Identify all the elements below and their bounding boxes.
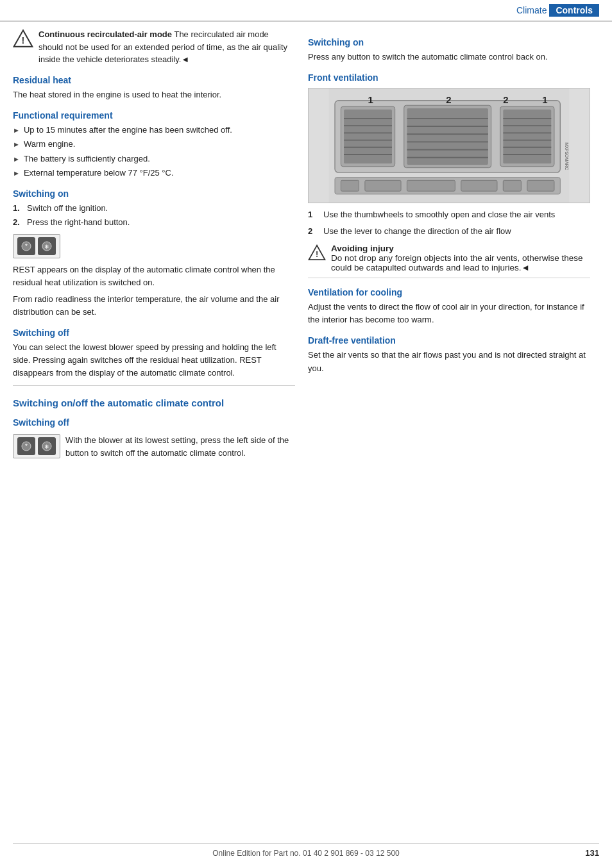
vent-cooling-heading: Ventilation for cooling (308, 287, 590, 297)
auto-switching-off-heading: Switching off (13, 417, 295, 428)
svg-rect-13 (344, 110, 392, 163)
svg-rect-41 (503, 180, 521, 191)
footer-text: Online Edition for Part no. 01 40 2 901 … (212, 849, 400, 858)
item-text: Use the lever to change the direction of… (323, 225, 511, 238)
draft-free-body: Set the air vents so that the air flows … (308, 349, 590, 374)
page-number: 131 (585, 848, 599, 858)
svg-rect-29 (503, 110, 551, 163)
functional-bullets: ► Up to 15 minutes after the engine has … (13, 124, 295, 179)
list-item: ► External temperature below 77 °F/25 °C… (13, 167, 295, 179)
svg-text:!: ! (316, 250, 318, 259)
svg-text:!: ! (22, 35, 25, 46)
switching-off-body: You can select the lowest blower speed b… (13, 341, 295, 380)
injury-warning-icon: ! (308, 244, 326, 263)
draft-free-heading: Draft-free ventilation (308, 335, 590, 346)
list-item: 2. Press the right-hand button. (13, 216, 295, 229)
item-text: Use the thumbwheels to smoothly open and… (323, 208, 555, 221)
bullet-arrow-icon: ► (13, 139, 20, 150)
main-content: ! Continuous recirculated-air mode The r… (0, 22, 612, 470)
avoiding-injury-title: Avoiding injury (331, 244, 394, 253)
header-controls-label: Controls (549, 4, 599, 17)
list-item: 2 Use the lever to change the direction … (308, 225, 590, 238)
left-column: ! Continuous recirculated-air mode The r… (13, 28, 295, 463)
svg-text:*: * (25, 243, 28, 250)
list-item: ► Up to 15 minutes after the engine has … (13, 124, 295, 137)
functional-req-heading: Functional requirement (13, 110, 295, 121)
svg-text:*: * (25, 443, 28, 450)
rest-text-2: From radio readiness the interior temper… (13, 293, 295, 319)
svg-text:❄: ❄ (44, 244, 49, 250)
bullet-text: External temperature below 77 °F/25 °C. (24, 167, 174, 179)
avoiding-injury-block: ! Avoiding injury Do not drop any foreig… (308, 244, 590, 272)
right-column: Switching on Press any button to switch … (308, 28, 590, 463)
list-item: ► Warm engine. (13, 138, 295, 151)
avoiding-injury-body: Do not drop any foreign objects into the… (331, 253, 582, 272)
footer: Online Edition for Part no. 01 40 2 901 … (13, 843, 599, 858)
rest-text-1: REST appears on the display of the autom… (13, 263, 295, 289)
divider (13, 385, 295, 386)
item-number: 1 (308, 208, 318, 221)
svg-text:❄: ❄ (44, 444, 49, 450)
auto-switching-off-body: With the blower at its lowest setting, p… (65, 434, 295, 460)
bullet-arrow-icon: ► (13, 154, 20, 165)
switching-off-heading: Switching off (13, 328, 295, 338)
front-vent-image: 1 2 2 1 MXPSOMARC (308, 88, 590, 203)
auto-button-icon-left: * (17, 437, 35, 455)
warning-text-block: Continuous recirculated-air mode The rec… (38, 28, 295, 66)
svg-rect-42 (527, 180, 554, 191)
svg-rect-37 (341, 180, 359, 191)
avoiding-injury-text: Avoiding injury Do not drop any foreign … (331, 244, 590, 272)
residual-heat-heading: Residual heat (13, 75, 295, 85)
svg-rect-38 (365, 180, 401, 191)
svg-rect-40 (461, 180, 497, 191)
auto-button-icon-right: ❄ (38, 437, 56, 455)
vent-cooling-body: Adjust the vents to direct the flow of c… (308, 301, 590, 326)
item-number: 2 (308, 225, 318, 238)
list-item: 1. Switch off the ignition. (13, 202, 295, 215)
step-text: Press the right-hand button. (27, 216, 130, 229)
warning-block: ! Continuous recirculated-air mode The r… (13, 28, 295, 66)
bullet-arrow-icon: ► (13, 168, 20, 179)
svg-text:2: 2 (446, 95, 451, 106)
svg-text:1: 1 (542, 95, 547, 106)
svg-text:2: 2 (503, 95, 508, 106)
svg-rect-39 (407, 180, 455, 191)
switching-on-steps: 1. Switch off the ignition. 2. Press the… (13, 202, 295, 229)
bullet-text: The battery is sufficiently charged. (24, 153, 150, 165)
right-divider (308, 278, 590, 278)
svg-rect-21 (407, 108, 488, 165)
list-item: ► The battery is sufficiently charged. (13, 153, 295, 165)
right-switching-on-heading: Switching on (308, 37, 590, 47)
warning-title: Continuous recirculated-air mode (38, 29, 172, 39)
warning-triangle-icon: ! (13, 28, 33, 51)
bullet-arrow-icon: ► (13, 125, 20, 136)
step-text: Switch off the ignition. (27, 202, 108, 215)
residual-heat-body: The heat stored in the engine is used to… (13, 88, 295, 101)
svg-text:1: 1 (368, 95, 373, 106)
header-climate-label: Climate (516, 5, 547, 15)
right-switching-on-body: Press any button to switch the automatic… (308, 51, 590, 63)
auto-button-image: * ❄ (13, 434, 60, 458)
step-number: 2. (13, 216, 23, 229)
switching-on-heading: Switching on (13, 188, 295, 199)
button-image: * ❄ (13, 234, 60, 258)
bullet-text: Warm engine. (24, 138, 75, 151)
button-icon-right: ❄ (38, 237, 56, 255)
button-icon-left: * (17, 237, 35, 255)
bullet-text: Up to 15 minutes after the engine has be… (24, 124, 232, 137)
page-header: Climate Controls (0, 0, 612, 22)
auto-climate-heading: Switching on/off the automatic climate c… (13, 397, 295, 408)
auto-switching-off-block: * ❄ With the blower at its lowest settin… (13, 434, 295, 460)
front-vent-heading: Front ventilation (308, 72, 590, 83)
svg-text:MXPSOMARC: MXPSOMARC (565, 142, 569, 170)
vent-items-list: 1 Use the thumbwheels to smoothly open a… (308, 208, 590, 237)
list-item: 1 Use the thumbwheels to smoothly open a… (308, 208, 590, 221)
step-number: 1. (13, 202, 23, 215)
